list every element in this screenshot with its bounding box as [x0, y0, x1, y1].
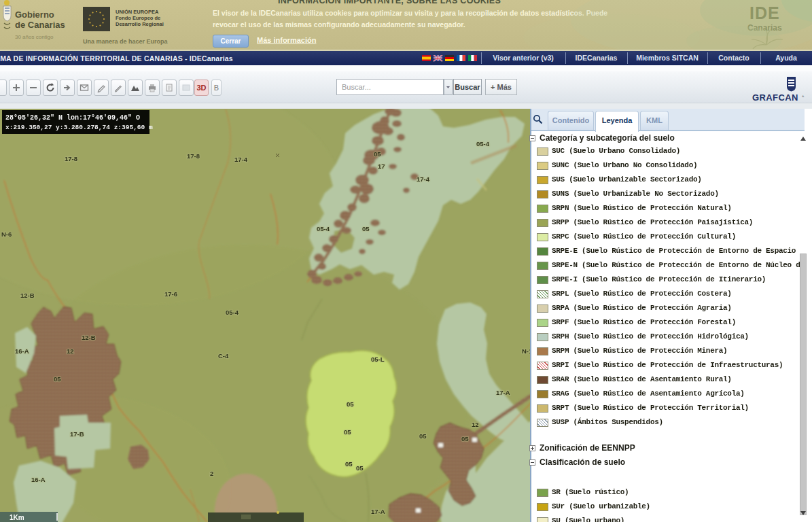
svg-text:05: 05 [345, 460, 353, 468]
svg-text:17-A: 17-A [496, 389, 510, 396]
svg-text:C-4: C-4 [218, 352, 229, 360]
svg-text:17-4: 17-4 [234, 156, 248, 163]
svg-text:05: 05 [356, 464, 364, 472]
svg-text:05: 05 [344, 428, 351, 436]
svg-text:05: 05 [362, 225, 370, 232]
svg-text:05: 05 [374, 150, 381, 158]
svg-text:17-A: 17-A [371, 508, 385, 515]
svg-text:05-L: 05-L [371, 355, 385, 363]
svg-text:28°05'26,32" N lon:17°46'09,4: 28°05'26,32" N lon:17°46'09,46" O [5, 114, 140, 122]
svg-text:17-8: 17-8 [187, 152, 200, 160]
svg-text:17: 17 [378, 162, 385, 170]
svg-text:05: 05 [419, 432, 427, 440]
svg-text:05-4: 05-4 [317, 225, 330, 232]
svg-text:05: 05 [347, 400, 354, 408]
svg-text:N-1: N-1 [522, 347, 530, 355]
svg-text:12-B: 12-B [20, 292, 35, 299]
svg-text:05-4: 05-4 [476, 140, 490, 147]
svg-text:12: 12 [472, 421, 479, 428]
svg-text:16-A: 16-A [15, 347, 29, 355]
svg-text:17-B: 17-B [70, 430, 84, 438]
svg-text:17-6: 17-6 [164, 290, 177, 298]
svg-text:17-8: 17-8 [65, 155, 77, 162]
svg-text:2: 2 [210, 470, 213, 477]
svg-text:x:219.350,27 y:3.280.278,74 z:: x:219.350,27 y:3.280.278,74 z:395,60 m [5, 124, 153, 131]
svg-text:05: 05 [461, 435, 469, 442]
svg-text:05-4: 05-4 [226, 309, 239, 316]
svg-text:N-6: N-6 [1, 230, 12, 238]
svg-text:12: 12 [67, 347, 74, 355]
svg-text:12-B: 12-B [82, 334, 96, 341]
svg-text:17-4: 17-4 [417, 175, 430, 183]
svg-text:05: 05 [54, 375, 61, 383]
svg-text:1Km: 1Km [10, 514, 24, 521]
svg-text:16-A: 16-A [31, 476, 46, 483]
